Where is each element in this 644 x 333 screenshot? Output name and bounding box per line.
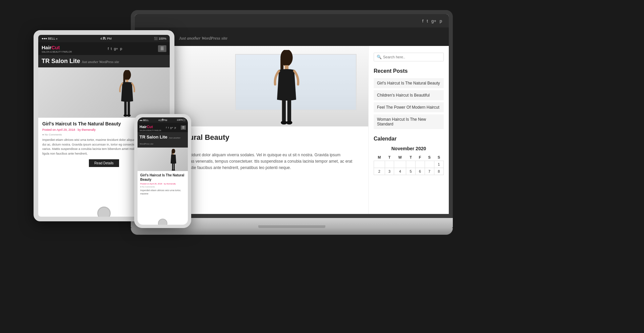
- phone-woman-figure: [166, 149, 180, 171]
- calendar-month: November 2020: [374, 146, 444, 151]
- tablet-site-title: TR Salon Lite: [42, 58, 80, 64]
- calendar-title: Calendar: [374, 136, 444, 142]
- svg-point-7: [286, 121, 292, 124]
- cal-header-t1: T: [385, 154, 394, 161]
- woman-figure-svg: [252, 50, 322, 126]
- tablet-nav: HairCut SALON & BEAUTY PARLOR f t g+ p ☰: [38, 42, 170, 55]
- svg-point-22: [172, 169, 173, 170]
- cal-header-f: F: [415, 154, 425, 161]
- cal-header-s2: S: [434, 154, 443, 161]
- phone-carrier: ●● BELL: [140, 119, 149, 121]
- phone-site-title: TR Salon Lite: [140, 134, 167, 140]
- laptop-tagline: Just another WordPress site: [179, 36, 227, 41]
- phone-pin-icon[interactable]: p: [174, 126, 176, 129]
- tablet-site-tagline: Just another WordPress site: [82, 60, 119, 64]
- tablet-fb-icon[interactable]: f: [108, 47, 109, 51]
- svg-rect-20: [172, 163, 173, 170]
- svg-rect-21: [173, 163, 174, 170]
- svg-rect-4: [282, 99, 286, 122]
- svg-point-15: [127, 114, 130, 116]
- svg-point-6: [281, 121, 287, 124]
- read-more-button[interactable]: Read Details: [89, 159, 119, 167]
- laptop-sidebar: 🔍 Recent Posts Girl's Haircut Is The Nat…: [368, 46, 449, 214]
- recent-posts-title: Recent Posts: [374, 68, 444, 74]
- svg-point-23: [173, 169, 175, 170]
- phone-comments: ● No Comments: [140, 186, 185, 188]
- sidebar-post-item[interactable]: Feel The Power Of Modern Haircut: [374, 102, 444, 112]
- sidebar-post-item[interactable]: Girl's Haircut Is The Natural Beauty: [374, 78, 444, 88]
- svg-rect-5: [287, 99, 291, 122]
- calendar-widget: Calendar November 2020 M T W T F S: [374, 136, 444, 175]
- search-box[interactable]: 🔍: [374, 53, 444, 61]
- phone-nav: HairCut SALON & BEAUTY PARLOR f t g+ p ☰: [138, 123, 188, 132]
- tablet-pin-icon[interactable]: p: [120, 47, 122, 51]
- tablet-gp-icon[interactable]: g+: [114, 47, 118, 51]
- phone-post-text: Imperdiet etiam ultrices wisi urna torto…: [140, 189, 185, 196]
- phone-gp-icon[interactable]: g+: [170, 126, 173, 129]
- phone-menu-button[interactable]: ☰: [181, 125, 186, 130]
- phone-screen: ●● BELL 4:21 PM 100%⬛ HairCut SALON & BE…: [138, 117, 188, 225]
- laptop-camera: [290, 11, 293, 14]
- sidebar-post-item[interactable]: Children's Haircut Is Beautiful: [374, 90, 444, 100]
- phone-nav-icons: f t g+ p: [166, 126, 176, 129]
- phone-fb-icon[interactable]: f: [166, 126, 167, 129]
- tablet-nav-subtitle: SALON & BEAUTY PARLOR: [42, 51, 72, 53]
- phone-post-title: Girl's Haircut Is The Natural Beauty: [140, 173, 185, 182]
- cal-header-m: M: [374, 154, 385, 161]
- tablet-camera: [103, 37, 105, 39]
- phone-post-image: [138, 148, 188, 171]
- phone-battery: 100%⬛: [177, 119, 186, 121]
- tablet-nav-icons: f t g+ p: [108, 47, 122, 51]
- tablet-post-image: [38, 67, 170, 118]
- tablet-battery: ⬛ 100%: [154, 37, 166, 40]
- cal-header-t2: T: [406, 154, 416, 161]
- tablet-title-bar: TR Salon Lite Just another WordPress sit…: [38, 55, 170, 67]
- tablet-logo: HairCut SALON & BEAUTY PARLOR: [42, 45, 72, 53]
- twitter-icon[interactable]: t: [427, 18, 428, 23]
- cal-header-w: W: [394, 154, 406, 161]
- googleplus-icon[interactable]: g+: [431, 18, 436, 23]
- laptop-title-bar: HairCut Just another WordPress site: [135, 27, 449, 46]
- phone-camera: [162, 119, 164, 120]
- phone-title-bar: TR Salon Lite Just another WordPress sit…: [138, 132, 188, 148]
- phone-post-content: Girl's Haircut Is The Natural Beauty Pos…: [138, 171, 188, 198]
- phone-tw-icon[interactable]: t: [168, 126, 169, 129]
- search-input[interactable]: [383, 55, 441, 59]
- phone-post-meta: Posted on April 29, 2018 · by themerally: [140, 183, 185, 185]
- tablet-woman-figure: [111, 70, 144, 118]
- svg-point-14: [123, 114, 127, 116]
- pinterest-icon[interactable]: p: [440, 18, 442, 23]
- facebook-icon[interactable]: f: [422, 18, 424, 23]
- tablet-menu-button[interactable]: ☰: [158, 45, 166, 52]
- svg-rect-12: [124, 101, 126, 115]
- tablet-home-button[interactable]: [97, 207, 111, 220]
- phone-home-button[interactable]: [158, 219, 167, 228]
- svg-rect-13: [127, 101, 130, 115]
- table-row: 2 3 4 5 6 7 8: [374, 168, 444, 175]
- tablet-time: 4:21 PM: [100, 37, 112, 40]
- tablet-tw-icon[interactable]: t: [111, 47, 112, 51]
- laptop-header-bar: f t g+ p: [135, 14, 449, 27]
- table-row: 1: [374, 161, 444, 168]
- tablet-carrier: ●●● BELL ᵾ: [42, 37, 58, 41]
- phone-nav-subtitle: SALON & BEAUTY PARLOR: [140, 129, 161, 131]
- sidebar-post-item[interactable]: Woman Haircut Is The New Standard: [374, 114, 444, 129]
- phone-logo: HairCut SALON & BEAUTY PARLOR: [140, 123, 161, 131]
- phone-device: ●● BELL 4:21 PM 100%⬛ HairCut SALON & BE…: [134, 114, 191, 235]
- calendar-table: M T W T F S S: [374, 154, 444, 175]
- phone-body: ●● BELL 4:21 PM 100%⬛ HairCut SALON & BE…: [134, 114, 191, 228]
- cal-header-s1: S: [425, 154, 434, 161]
